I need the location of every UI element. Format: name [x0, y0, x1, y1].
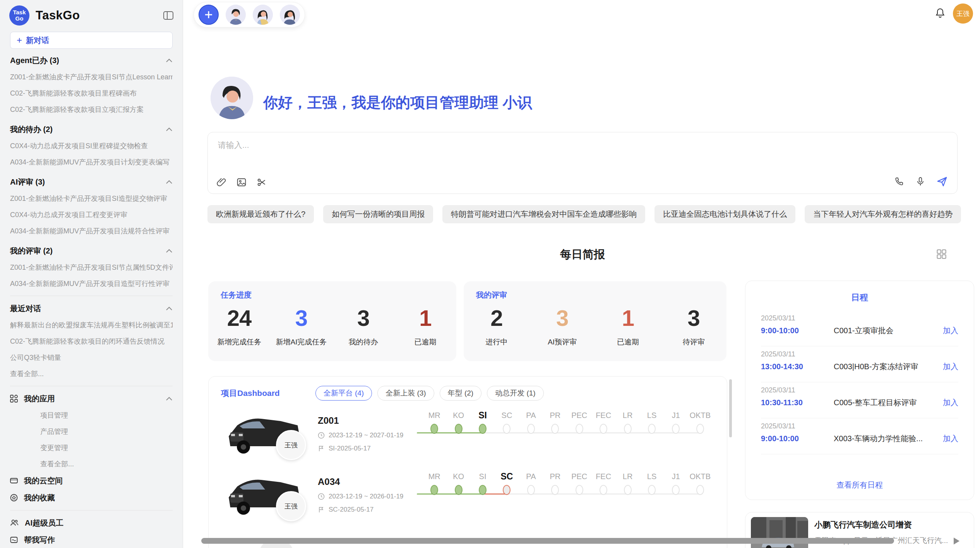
scissors-icon[interactable]: [257, 177, 267, 187]
tab-new-platform[interactable]: 全新平台 (4): [315, 386, 372, 401]
new-chat-button[interactable]: + 新对话: [10, 32, 173, 49]
schedule-card: 日程 2025/03/11 9:00-10:00 C001-立项审批会 加入 2…: [745, 281, 974, 500]
avatar[interactable]: [280, 5, 300, 25]
milestone-fec: FEC: [591, 469, 615, 513]
milestone-pr: PR: [543, 469, 567, 513]
image-icon[interactable]: [236, 177, 247, 187]
join-button[interactable]: 加入: [943, 325, 958, 336]
my-reviews-title: 我的评审: [476, 290, 507, 300]
join-button[interactable]: 加入: [943, 397, 958, 408]
recent-chats-view-all[interactable]: 查看全部...: [10, 366, 173, 382]
sidebar-item[interactable]: Z001-全新燃油皮卡产品开发项目SI节点Lesson Learn报告: [10, 69, 173, 85]
sidebar-item[interactable]: C0X4-动力总成开发项目工程变更评审: [10, 207, 173, 223]
section-recent-chats[interactable]: 最近对话: [10, 300, 173, 317]
project-flag: SC-2025-05-17: [318, 506, 373, 514]
milestone-sc: SC: [495, 408, 519, 452]
app-item-product-mgmt[interactable]: 产品管理: [10, 423, 173, 440]
scroll-right-arrow[interactable]: [954, 538, 959, 545]
attachment-icon[interactable]: [216, 177, 226, 187]
stat-value: 1: [394, 305, 456, 331]
send-icon[interactable]: [936, 176, 948, 187]
view-all-schedules-link[interactable]: 查看所有日程: [745, 480, 974, 490]
phone-icon[interactable]: [894, 176, 905, 187]
section-my-todo[interactable]: 我的待办 (2): [10, 121, 173, 138]
schedule-title: 日程: [745, 292, 974, 303]
schedule-name: X003-车辆动力学性能验...: [834, 433, 943, 444]
tab-powertrain[interactable]: 动总开发 (1): [487, 386, 544, 401]
greeting-text: 你好，王强，我是你的项目管理助理 小识: [263, 93, 532, 113]
stat-review-overdue: 1 已逾期: [595, 305, 661, 347]
recent-chat-item[interactable]: C02-飞腾新能源轻客改款项目的闭环通告反馈情况: [10, 333, 173, 349]
recent-chat-item[interactable]: 公司Q3轻卡销量: [10, 349, 173, 366]
suggestion-chip[interactable]: 特朗普可能对进口汽车增税会对中国车企造成哪些影响: [442, 205, 645, 223]
tab-year-model[interactable]: 年型 (2): [440, 386, 482, 401]
sidebar-item[interactable]: C02-飞腾新能源轻客改款项目里程碑画布: [10, 85, 173, 101]
suggestion-chip[interactable]: 欧洲新规最近颁布了什么?: [207, 205, 314, 223]
milestone-pa: PA: [519, 469, 543, 513]
sidebar-item-ai-staff[interactable]: AI超级员工: [10, 514, 173, 531]
join-button[interactable]: 加入: [943, 361, 958, 372]
suggestion-chip[interactable]: 如何写一份清晰的项目周报: [323, 205, 433, 223]
add-session-button[interactable]: [199, 5, 219, 25]
section-agent-done[interactable]: Agent已办 (3): [10, 52, 173, 69]
section-ai-review[interactable]: AI评审 (3): [10, 173, 173, 190]
stat-pending-review: 3 待评审: [661, 305, 726, 347]
sidebar-item[interactable]: A034-全新新能源MUV产品开发项目法规符合性评审: [10, 223, 173, 239]
sidebar-item[interactable]: A034-全新新能源MUV产品开发项目造型可行性评审: [10, 276, 173, 292]
microphone-icon[interactable]: [915, 176, 925, 187]
notification-bell-icon[interactable]: [934, 7, 946, 19]
chevron-up-icon: [166, 127, 173, 132]
sidebar-item[interactable]: A034-全新新能源MUV产品开发项目计划变更表编写: [10, 154, 173, 170]
taskgo-logo: Task Go: [9, 5, 29, 26]
app-item-project-mgmt[interactable]: 项目管理: [10, 407, 173, 423]
sidebar-item[interactable]: Z001-全新燃油轻卡产品开发项目SI节点属性5D文件评审: [10, 259, 173, 276]
milestone-lr: LR: [615, 469, 639, 513]
user-avatar[interactable]: 王强: [953, 3, 973, 24]
sidebar-item[interactable]: C0X4-动力总成开发项目SI里程碑提交物检查: [10, 138, 173, 154]
daily-briefing-title: 每日简报: [207, 247, 958, 262]
sidebar-item[interactable]: C02-飞腾新能源轻客改款项目立项汇报方案: [10, 101, 173, 118]
project-row[interactable]: 王强 A034 2023-12-19 ~ 2026-01-19 SC-2025-…: [221, 469, 712, 527]
avatar[interactable]: [253, 5, 273, 25]
horizontal-scrollbar[interactable]: [201, 538, 894, 544]
schedule-date: 2025/03/11: [761, 346, 958, 358]
sidebar-collapse-icon[interactable]: [163, 11, 173, 20]
section-title: Agent已办 (3): [10, 55, 59, 66]
stat-value: 2: [464, 305, 529, 331]
chevron-up-icon: [166, 58, 173, 63]
task-progress-title: 任务进度: [221, 290, 252, 300]
suggestion-chips: 欧洲新规最近颁布了什么? 如何写一份清晰的项目周报 特朗普可能对进口汽车增税会对…: [207, 205, 961, 223]
sidebar-item[interactable]: Z001-全新燃油轻卡产品开发项目SI造型提交物评审: [10, 190, 173, 207]
schedule-name: C003|H0B-方案冻结评审: [834, 361, 943, 372]
app-items-view-all[interactable]: 查看全部...: [10, 456, 173, 472]
news-title: 小鹏飞行汽车制造公司增资: [814, 519, 912, 530]
sidebar-item-favorites[interactable]: 我的收藏: [10, 489, 173, 506]
recent-chat-item[interactable]: 解释最新出台的欧盟报废车法规再生塑料比例被调至15%...: [10, 317, 173, 333]
sidebar-item-my-apps[interactable]: 我的应用: [10, 390, 173, 407]
layout-grid-icon[interactable]: [936, 248, 947, 259]
sidebar-item-help-write[interactable]: 帮我写作: [10, 531, 173, 548]
schedule-time: 10:30-11:30: [761, 398, 822, 407]
people-icon: [10, 519, 19, 527]
tab-new-body[interactable]: 全新上装 (3): [377, 386, 434, 401]
milestone-oktb: OKTB: [688, 408, 712, 452]
sidebar-item-cloud-space[interactable]: 我的云空间: [10, 472, 173, 489]
avatar[interactable]: [226, 5, 246, 25]
stat-value: 3: [529, 305, 595, 331]
app-item-change-mgmt[interactable]: 变更管理: [10, 440, 173, 456]
project-row[interactable]: 王强 Z001 2023-12-19 ~ 2027-01-19 SI-2025-…: [221, 408, 712, 466]
join-button[interactable]: 加入: [943, 433, 958, 444]
chevron-up-icon: [166, 396, 173, 401]
chat-input[interactable]: [217, 140, 838, 150]
suggestion-chip[interactable]: 当下年轻人对汽车外观有怎样的喜好趋势: [805, 205, 961, 223]
section-my-review[interactable]: 我的评审 (2): [10, 242, 173, 259]
vertical-scrollbar[interactable]: [729, 379, 732, 437]
plus-icon: +: [17, 36, 22, 45]
app-title: TaskGo: [36, 9, 80, 22]
milestone-fec: FEC: [591, 408, 615, 452]
project-flag-text: SI-2025-05-17: [329, 445, 371, 452]
suggestion-chip[interactable]: 比亚迪全固态电池计划具体说了什么: [654, 205, 795, 223]
stat-my-todo: 3 我的待办: [332, 305, 394, 347]
milestone-pec: PEC: [567, 469, 591, 513]
milestone-mr: MR: [422, 408, 446, 452]
